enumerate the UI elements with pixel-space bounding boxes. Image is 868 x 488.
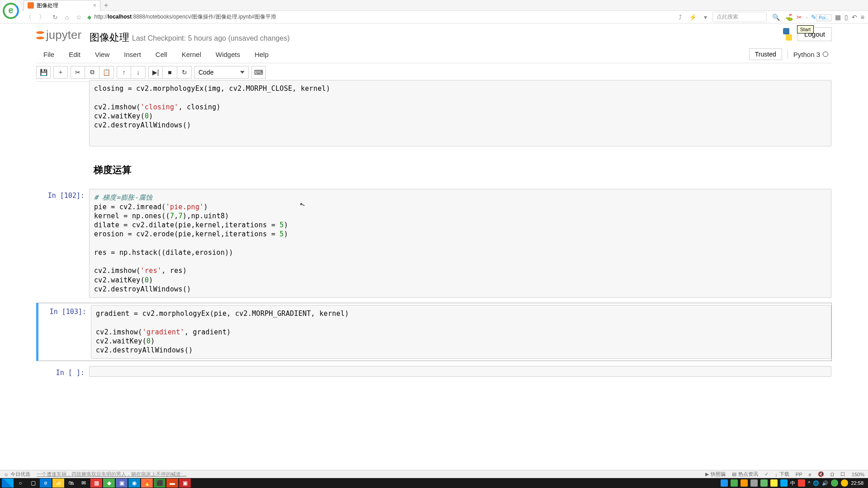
picker-icon[interactable]: ✎Poi... xyxy=(811,14,831,21)
shield-icon: ◆ xyxy=(87,14,91,20)
favorite-button[interactable]: ☆ xyxy=(74,14,84,21)
tab-strip: 图像处理 × + xyxy=(0,0,868,11)
refresh-button[interactable]: ↻ xyxy=(51,14,60,21)
share-icon[interactable]: ⤴ xyxy=(677,14,684,21)
browser-tab[interactable]: 图像处理 × xyxy=(24,0,100,11)
chevron-down-icon[interactable]: ▾ xyxy=(702,14,709,21)
browser-logo[interactable] xyxy=(0,0,22,22)
search-icon[interactable]: 🔍 xyxy=(770,14,782,21)
browser-right-icons: ⛳ ✂ · ✎Poi... ▦ ▯ ↶ ≡ xyxy=(785,14,864,21)
flash-icon[interactable]: ⚡ xyxy=(687,14,698,21)
apps-icon[interactable]: ▦ xyxy=(835,14,841,21)
scissors-icon[interactable]: ✂ xyxy=(797,14,802,21)
new-tab-button[interactable]: + xyxy=(104,1,108,9)
home-button[interactable]: ⌂ xyxy=(63,14,71,21)
forward-button[interactable]: 〉 xyxy=(37,13,47,21)
jupyter-favicon xyxy=(28,2,34,9)
undo-icon[interactable]: ↶ xyxy=(852,14,857,21)
device-icon[interactable]: ▯ xyxy=(844,14,848,21)
url-text: http://localhost:8888/notebooks/opencv/图… xyxy=(94,13,276,21)
search-input[interactable]: 点此搜索 xyxy=(712,12,767,22)
translate-icon[interactable]: ⛳ xyxy=(785,14,793,21)
address-bar[interactable]: ◆ http://localhost:8888/notebooks/opencv… xyxy=(87,13,673,21)
back-button[interactable]: 〈 xyxy=(24,13,33,21)
close-tab-icon[interactable]: × xyxy=(93,2,96,9)
menu-icon[interactable]: ≡ xyxy=(861,14,864,21)
tab-title: 图像处理 xyxy=(37,2,58,9)
browser-toolbar: 〈 〉 ↻ ⌂ ☆ ◆ http://localhost:8888/notebo… xyxy=(0,11,868,23)
